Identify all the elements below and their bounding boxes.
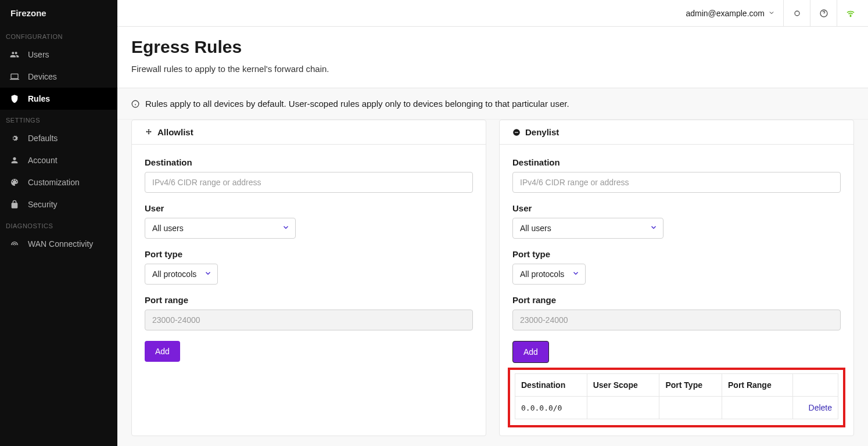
status-indicator[interactable] bbox=[783, 0, 810, 27]
denylist-destination-input[interactable] bbox=[512, 172, 841, 193]
sidebar-item-users[interactable]: Users bbox=[0, 44, 117, 66]
deny-icon bbox=[512, 128, 521, 136]
table-row: 0.0.0.0/0 Delete bbox=[515, 397, 838, 419]
sidebar-item-label: WAN Connectivity bbox=[28, 239, 93, 249]
cell-port-range bbox=[722, 397, 793, 419]
topbar: admin@example.com bbox=[117, 0, 868, 27]
port-range-label: Port range bbox=[512, 295, 841, 305]
brand-logo: Firezone bbox=[0, 0, 117, 26]
allowlist-port-range-input bbox=[145, 310, 473, 330]
users-icon bbox=[9, 49, 20, 60]
page-content: Egress Rules Firewall rules to apply to … bbox=[117, 27, 868, 446]
cell-port-type bbox=[659, 397, 722, 419]
info-icon bbox=[131, 100, 139, 108]
allowlist-destination-input[interactable] bbox=[145, 172, 473, 193]
svg-rect-7 bbox=[515, 132, 518, 132]
info-banner: Rules apply to all devices by default. U… bbox=[117, 88, 868, 120]
sidebar-item-label: Customization bbox=[28, 178, 80, 187]
nav-section-settings: SETTINGS bbox=[0, 110, 117, 127]
denylist-card: Denylist Destination User All users bbox=[499, 120, 854, 436]
denylist-add-button[interactable]: Add bbox=[512, 341, 549, 363]
port-type-label: Port type bbox=[145, 249, 473, 259]
sidebar-item-defaults[interactable]: Defaults bbox=[0, 127, 117, 149]
allowlist-user-select[interactable]: All users bbox=[145, 218, 296, 239]
delete-button[interactable]: Delete bbox=[809, 403, 832, 412]
th-port-type: Port Type bbox=[659, 374, 722, 397]
user-label: User bbox=[512, 203, 841, 213]
denylist-title: Denylist bbox=[525, 127, 559, 137]
user-email: admin@example.com bbox=[686, 9, 765, 18]
sidebar-item-account[interactable]: Account bbox=[0, 149, 117, 171]
denylist-port-type-select[interactable]: All protocols bbox=[512, 264, 586, 285]
th-destination: Destination bbox=[515, 374, 587, 397]
help-button[interactable] bbox=[810, 0, 837, 27]
chevron-down-icon bbox=[768, 9, 775, 18]
sidebar-item-security[interactable]: Security bbox=[0, 193, 117, 215]
sidebar-item-devices[interactable]: Devices bbox=[0, 66, 117, 88]
sidebar-item-label: Defaults bbox=[28, 134, 58, 143]
allowlist-add-button[interactable]: Add bbox=[145, 341, 180, 362]
svg-point-0 bbox=[795, 11, 799, 16]
page-header: Egress Rules Firewall rules to apply to … bbox=[117, 27, 868, 88]
allowlist-title: Allowlist bbox=[157, 127, 193, 137]
nav-section-configuration: CONFIGURATION bbox=[0, 26, 117, 44]
sidebar-item-label: Devices bbox=[28, 72, 57, 81]
denylist-header: Denylist bbox=[500, 120, 853, 145]
page-subtitle: Firewall rules to apply to the kernel's … bbox=[131, 64, 854, 74]
denylist-port-range-input bbox=[512, 310, 841, 330]
user-menu[interactable]: admin@example.com bbox=[677, 0, 783, 26]
laptop-icon bbox=[9, 71, 20, 82]
denylist-user-select[interactable]: All users bbox=[512, 218, 663, 239]
sidebar-item-wan[interactable]: WAN Connectivity bbox=[0, 233, 117, 255]
signal-icon bbox=[9, 239, 20, 249]
destination-label: Destination bbox=[512, 157, 841, 167]
port-type-label: Port type bbox=[512, 249, 841, 259]
move-icon bbox=[145, 128, 153, 136]
sidebar-item-label: Users bbox=[28, 50, 49, 59]
sidebar-item-label: Rules bbox=[28, 94, 50, 103]
sidebar-item-label: Account bbox=[28, 156, 58, 165]
destination-label: Destination bbox=[145, 157, 473, 167]
sidebar-item-rules[interactable]: Rules bbox=[0, 88, 117, 110]
main-content: admin@example.com Egress Rules Firewall … bbox=[117, 0, 868, 446]
cell-destination: 0.0.0.0/0 bbox=[515, 397, 587, 419]
user-label: User bbox=[145, 203, 473, 213]
allowlist-card: Allowlist Destination User All users bbox=[131, 120, 486, 436]
svg-point-2 bbox=[850, 16, 851, 16]
port-range-label: Port range bbox=[145, 295, 473, 305]
sidebar-item-label: Security bbox=[28, 200, 58, 209]
th-actions bbox=[792, 374, 838, 397]
cell-user-scope bbox=[587, 397, 659, 419]
page-title: Egress Rules bbox=[131, 37, 854, 57]
th-port-range: Port Range bbox=[722, 374, 793, 397]
denylist-table: Destination User Scope Port Type Port Ra… bbox=[515, 373, 838, 419]
cell-actions: Delete bbox=[792, 397, 838, 419]
banner-text: Rules apply to all devices by default. U… bbox=[145, 99, 569, 109]
gear-icon bbox=[9, 133, 20, 143]
shield-icon bbox=[9, 93, 20, 104]
allowlist-port-type-select[interactable]: All protocols bbox=[145, 264, 218, 285]
sidebar-item-customization[interactable]: Customization bbox=[0, 171, 117, 193]
palette-icon bbox=[9, 177, 20, 188]
nav-section-diagnostics: DIAGNOSTICS bbox=[0, 215, 117, 233]
denylist-table-highlight: Destination User Scope Port Type Port Ra… bbox=[508, 368, 845, 427]
connectivity-indicator[interactable] bbox=[837, 0, 863, 27]
lock-icon bbox=[9, 199, 20, 210]
th-user-scope: User Scope bbox=[587, 374, 659, 397]
user-icon bbox=[9, 155, 20, 166]
allowlist-header: Allowlist bbox=[132, 120, 486, 145]
sidebar: Firezone CONFIGURATION Users Devices Rul… bbox=[0, 0, 117, 446]
